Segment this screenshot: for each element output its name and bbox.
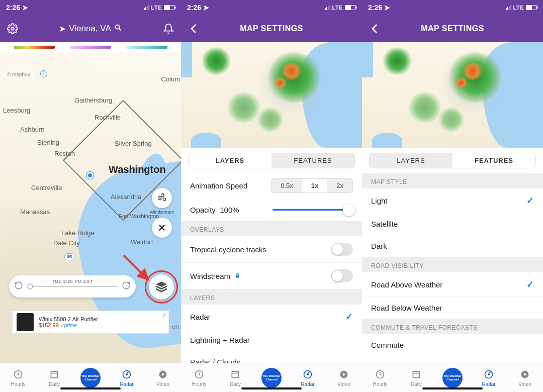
- legend-mix: [70, 46, 111, 49]
- back-arrow-icon[interactable]: [188, 23, 200, 35]
- layer-radar[interactable]: Radar ✓: [181, 305, 362, 329]
- tab-video[interactable]: Video: [145, 363, 181, 392]
- style-light[interactable]: Light ✓: [362, 188, 543, 213]
- overlay-tropical[interactable]: Tropical cyclone tracks: [181, 236, 362, 263]
- rewind-icon[interactable]: [14, 281, 23, 292]
- windstream-layer-button[interactable]: [152, 188, 172, 208]
- timeline-knob[interactable]: [27, 283, 33, 289]
- map-label: Colum: [161, 75, 180, 83]
- ad-thumbnail: [17, 313, 34, 331]
- map-legend: [0, 42, 181, 52]
- timeline-scrubber[interactable]: TUE 2:26 PM EST: [9, 275, 136, 298]
- animation-speed-picker: 0.5x 1x 2x: [271, 178, 353, 193]
- adchoices-icon[interactable]: ▷: [163, 312, 166, 317]
- settings-gear-icon[interactable]: [7, 23, 18, 34]
- overlay-windstream[interactable]: Windstream: [181, 263, 362, 289]
- section-overlays: OVERLAYS: [181, 221, 362, 236]
- segment-layers[interactable]: LAYERS: [189, 153, 272, 168]
- tab-label: Hourly: [192, 381, 207, 387]
- item-label: Radar / Clouds: [190, 358, 240, 363]
- tab-video[interactable]: Video: [507, 363, 543, 392]
- layer-lightning[interactable]: Lightning + Radar: [181, 329, 362, 351]
- speed-option[interactable]: 1x: [302, 179, 327, 192]
- opacity-slider[interactable]: [273, 203, 353, 216]
- speed-option[interactable]: 2x: [327, 179, 352, 192]
- segment-features[interactable]: FEATURES: [272, 153, 354, 168]
- section-road-visibility: ROAD VISIBILITY: [362, 257, 543, 272]
- page-title: MAP SETTINGS: [240, 24, 303, 33]
- location-text: Vienna, VA: [69, 24, 111, 34]
- map-label: Alexandria: [111, 193, 141, 201]
- setting-label: Animation Speed: [190, 181, 247, 190]
- map-label: Sterling: [37, 139, 59, 146]
- tab-hourly[interactable]: Hourly: [181, 363, 217, 392]
- screen-map-settings-layers: 2:26 ➤ LTE MAP SETTINGS LAYERS FEATURES …: [181, 0, 362, 392]
- screen-map-settings-features: 2:26 ➤ LTE MAP SETTINGS LAYERS FEATURES …: [362, 0, 543, 392]
- ad-banner[interactable]: Winix 5500-2 Air Purifier $152.99 ✓prime…: [12, 311, 169, 334]
- item-label: Tropical cyclone tracks: [190, 245, 266, 254]
- home-indicator[interactable]: [60, 387, 121, 389]
- svg-point-18: [307, 373, 309, 375]
- radar-icon: [483, 369, 494, 380]
- map-label: Lake Ridge: [61, 229, 95, 237]
- home-indicator[interactable]: [422, 387, 483, 389]
- app-header: ➤ Vienna, VA: [0, 15, 181, 42]
- svg-rect-22: [413, 371, 419, 378]
- radar-icon: [302, 369, 313, 380]
- tab-hourly[interactable]: Hourly: [0, 363, 36, 392]
- road-below[interactable]: Road Below Weather: [362, 297, 543, 319]
- map-canvas[interactable]: © mapbox i Colum Gaithersburg Leesburg R…: [0, 52, 181, 363]
- settings-header: MAP SETTINGS: [362, 15, 543, 42]
- toggle-off[interactable]: [331, 243, 353, 256]
- style-satellite[interactable]: Satellite: [362, 213, 543, 235]
- legend-snow: [126, 46, 167, 49]
- close-layer-popover[interactable]: [152, 218, 172, 238]
- opacity-value: 100%: [220, 206, 239, 214]
- svg-line-2: [119, 28, 121, 30]
- tab-label: Hourly: [373, 381, 388, 387]
- location-arrow-icon: ➤: [384, 4, 390, 12]
- road-above[interactable]: Road Above Weather ✓: [362, 272, 543, 297]
- info-icon[interactable]: i: [40, 70, 47, 77]
- windstream-caption: Windstream: [150, 210, 174, 215]
- layer-radar-clouds[interactable]: Radar / Clouds: [181, 351, 362, 363]
- back-arrow-icon[interactable]: [369, 23, 381, 35]
- interstate-shield: 95: [64, 253, 74, 260]
- notifications-bell-icon[interactable]: [163, 23, 174, 34]
- settings-header: MAP SETTINGS: [181, 15, 362, 42]
- settings-scroll[interactable]: LAYERS FEATURES Animation Speed 0.5x 1x …: [181, 148, 362, 363]
- timeline-track[interactable]: TUE 2:26 PM EST: [27, 286, 118, 287]
- speed-option[interactable]: 0.5x: [272, 179, 302, 192]
- battery-icon: [164, 5, 175, 10]
- screen-radar-map: 2:26 ➤ LTE ➤ Vienna, VA © mapbox: [0, 0, 181, 392]
- svg-point-25: [488, 373, 490, 375]
- home-indicator[interactable]: [241, 387, 302, 389]
- toggle-off[interactable]: [331, 269, 353, 282]
- twc-logo-icon: The Weather Channel: [80, 368, 101, 388]
- segment-features[interactable]: FEATURES: [452, 153, 535, 168]
- calendar-icon: [411, 369, 422, 380]
- commute-item[interactable]: Commute: [362, 334, 543, 356]
- tab-label: Daily: [411, 381, 422, 387]
- map-label: Dale City: [53, 239, 80, 247]
- svg-point-1: [115, 25, 119, 29]
- tab-label: Radar: [120, 381, 133, 387]
- tab-hourly[interactable]: Hourly: [362, 363, 398, 392]
- radar-icon: [121, 369, 132, 380]
- segment-layers[interactable]: LAYERS: [370, 153, 452, 168]
- map-label: Leesburg: [3, 107, 30, 114]
- ad-price: $152.99: [39, 322, 59, 328]
- tab-label: Daily: [49, 381, 60, 387]
- legend-rain: [14, 46, 55, 49]
- tab-video[interactable]: Video: [326, 363, 362, 392]
- tab-label: Video: [156, 381, 169, 387]
- location-selector[interactable]: ➤ Vienna, VA: [59, 24, 122, 34]
- map-layers-button[interactable]: [149, 274, 174, 300]
- item-label: Windstream: [190, 272, 230, 280]
- carrier-label: LTE: [513, 5, 524, 11]
- style-dark[interactable]: Dark: [362, 235, 543, 257]
- setting-label: Opacity: [190, 206, 216, 214]
- forward-icon[interactable]: [122, 281, 131, 292]
- item-label: Commute: [371, 341, 404, 349]
- settings-scroll[interactable]: LAYERS FEATURES MAP STYLE Light ✓ Satell…: [362, 148, 543, 363]
